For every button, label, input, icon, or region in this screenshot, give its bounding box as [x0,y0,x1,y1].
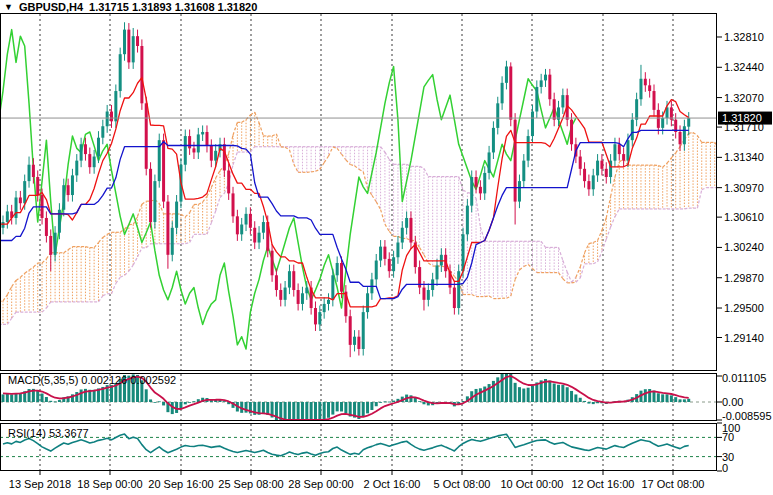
svg-text:30: 30 [722,451,734,463]
svg-text:0.00: 0.00 [722,396,743,408]
svg-text:-0.008595: -0.008595 [722,410,772,422]
svg-text:1.30610: 1.30610 [724,211,764,223]
svg-text:25 Sep 08:00: 25 Sep 08:00 [218,478,283,490]
svg-text:1.29500: 1.29500 [724,302,764,314]
symbol-dropdown-icon[interactable]: ▼ [4,1,13,13]
svg-text:12 Oct 16:00: 12 Oct 16:00 [572,478,635,490]
svg-text:0.011105: 0.011105 [722,372,766,384]
svg-text:13 Sep 2018: 13 Sep 2018 [9,478,71,490]
chart-window: 1.328101.324401.320701.317101.313401.309… [0,0,773,495]
svg-text:1.32070: 1.32070 [724,92,764,104]
svg-text:2 Oct 16:00: 2 Oct 16:00 [364,478,421,490]
svg-text:1.30240: 1.30240 [724,241,764,253]
svg-text:10 Oct 00:00: 10 Oct 00:00 [501,478,564,490]
svg-text:1.31340: 1.31340 [724,151,764,163]
svg-text:20 Sep 16:00: 20 Sep 16:00 [148,478,213,490]
svg-text:0: 0 [722,462,728,474]
svg-text:17 Oct 08:00: 17 Oct 08:00 [642,478,705,490]
svg-text:18 Sep 00:00: 18 Sep 00:00 [77,478,142,490]
svg-text:70: 70 [722,431,734,443]
svg-text:1.31820: 1.31820 [722,112,762,124]
price-chart-canvas[interactable]: 1.328101.324401.320701.317101.313401.309… [0,0,773,495]
svg-text:5 Oct 08:00: 5 Oct 08:00 [434,478,491,490]
svg-text:28 Sep 00:00: 28 Sep 00:00 [288,478,353,490]
svg-text:1.29140: 1.29140 [724,332,764,344]
svg-text:1.32440: 1.32440 [724,61,764,73]
svg-text:1.29870: 1.29870 [724,272,764,284]
svg-text:1.32810: 1.32810 [724,31,764,43]
svg-text:1.30970: 1.30970 [724,182,764,194]
